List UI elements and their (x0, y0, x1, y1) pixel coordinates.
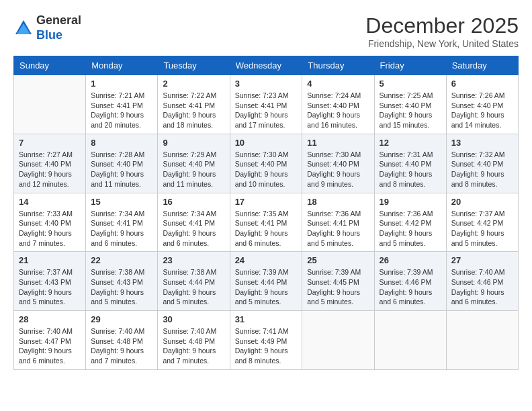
calendar-cell: 5Sunrise: 7:25 AM Sunset: 4:40 PM Daylig… (374, 75, 446, 134)
day-number: 15 (91, 197, 152, 207)
calendar-cell: 7Sunrise: 7:27 AM Sunset: 4:40 PM Daylig… (14, 134, 86, 193)
day-number: 11 (307, 138, 369, 148)
day-number: 4 (307, 79, 369, 89)
day-info: Sunrise: 7:23 AM Sunset: 4:41 PM Dayligh… (235, 91, 298, 130)
day-number: 26 (380, 255, 441, 265)
day-number: 24 (235, 255, 298, 265)
day-number: 10 (235, 138, 298, 148)
day-info: Sunrise: 7:41 AM Sunset: 4:49 PM Dayligh… (235, 326, 298, 366)
calendar-cell: 12Sunrise: 7:31 AM Sunset: 4:40 PM Dayli… (374, 134, 446, 193)
calendar-cell: 14Sunrise: 7:33 AM Sunset: 4:40 PM Dayli… (14, 193, 86, 252)
column-header-friday: Friday (374, 56, 446, 75)
calendar-cell: 24Sunrise: 7:39 AM Sunset: 4:44 PM Dayli… (230, 252, 302, 311)
day-info: Sunrise: 7:37 AM Sunset: 4:42 PM Dayligh… (451, 209, 513, 248)
calendar-cell: 30Sunrise: 7:40 AM Sunset: 4:48 PM Dayli… (158, 311, 230, 370)
calendar-cell: 2Sunrise: 7:22 AM Sunset: 4:41 PM Daylig… (158, 75, 230, 134)
calendar-cell: 1Sunrise: 7:21 AM Sunset: 4:41 PM Daylig… (86, 75, 158, 134)
day-info: Sunrise: 7:32 AM Sunset: 4:40 PM Dayligh… (451, 150, 513, 189)
day-number: 2 (163, 79, 224, 89)
title-area: December 2025 Friendship, New York, Unit… (365, 13, 519, 49)
day-number: 9 (163, 138, 224, 148)
day-number: 8 (91, 138, 152, 148)
calendar-cell (302, 311, 374, 370)
calendar-cell (374, 311, 446, 370)
calendar-table: SundayMondayTuesdayWednesdayThursdayFrid… (13, 56, 519, 370)
location: Friendship, New York, United States (365, 38, 519, 49)
calendar-cell: 25Sunrise: 7:39 AM Sunset: 4:45 PM Dayli… (302, 252, 374, 311)
logo: General Blue (13, 13, 81, 42)
day-info: Sunrise: 7:36 AM Sunset: 4:41 PM Dayligh… (307, 209, 369, 248)
calendar-cell: 15Sunrise: 7:34 AM Sunset: 4:41 PM Dayli… (86, 193, 158, 252)
day-number: 16 (163, 197, 224, 207)
day-info: Sunrise: 7:31 AM Sunset: 4:40 PM Dayligh… (380, 150, 441, 189)
day-info: Sunrise: 7:38 AM Sunset: 4:43 PM Dayligh… (91, 267, 152, 307)
day-number: 12 (380, 138, 441, 148)
logo-text: General Blue (36, 13, 81, 42)
day-number: 28 (19, 314, 81, 324)
calendar-week-2: 7Sunrise: 7:27 AM Sunset: 4:40 PM Daylig… (14, 134, 519, 193)
column-header-sunday: Sunday (14, 56, 86, 75)
day-number: 14 (19, 197, 81, 207)
calendar-cell: 27Sunrise: 7:40 AM Sunset: 4:46 PM Dayli… (446, 252, 518, 311)
day-number: 18 (307, 197, 369, 207)
day-number: 1 (91, 79, 152, 89)
day-info: Sunrise: 7:33 AM Sunset: 4:40 PM Dayligh… (19, 209, 81, 248)
calendar-cell: 29Sunrise: 7:40 AM Sunset: 4:48 PM Dayli… (86, 311, 158, 370)
day-info: Sunrise: 7:25 AM Sunset: 4:40 PM Dayligh… (380, 91, 441, 130)
day-info: Sunrise: 7:40 AM Sunset: 4:47 PM Dayligh… (19, 326, 81, 366)
calendar-week-3: 14Sunrise: 7:33 AM Sunset: 4:40 PM Dayli… (14, 193, 519, 252)
calendar-cell: 4Sunrise: 7:24 AM Sunset: 4:40 PM Daylig… (302, 75, 374, 134)
day-number: 22 (91, 255, 152, 265)
calendar-cell: 21Sunrise: 7:37 AM Sunset: 4:43 PM Dayli… (14, 252, 86, 311)
calendar-cell: 3Sunrise: 7:23 AM Sunset: 4:41 PM Daylig… (230, 75, 302, 134)
day-info: Sunrise: 7:38 AM Sunset: 4:44 PM Dayligh… (163, 267, 224, 307)
day-number: 5 (380, 79, 441, 89)
day-number: 29 (91, 314, 152, 324)
calendar-cell: 10Sunrise: 7:30 AM Sunset: 4:40 PM Dayli… (230, 134, 302, 193)
day-number: 7 (19, 138, 81, 148)
day-info: Sunrise: 7:39 AM Sunset: 4:44 PM Dayligh… (235, 267, 298, 307)
day-info: Sunrise: 7:28 AM Sunset: 4:40 PM Dayligh… (91, 150, 152, 189)
calendar-week-4: 21Sunrise: 7:37 AM Sunset: 4:43 PM Dayli… (14, 252, 519, 311)
column-header-tuesday: Tuesday (158, 56, 230, 75)
calendar-cell: 6Sunrise: 7:26 AM Sunset: 4:40 PM Daylig… (446, 75, 518, 134)
logo-icon (13, 18, 34, 38)
calendar-cell: 13Sunrise: 7:32 AM Sunset: 4:40 PM Dayli… (446, 134, 518, 193)
calendar-cell: 16Sunrise: 7:34 AM Sunset: 4:41 PM Dayli… (158, 193, 230, 252)
day-number: 17 (235, 197, 298, 207)
calendar-week-5: 28Sunrise: 7:40 AM Sunset: 4:47 PM Dayli… (14, 311, 519, 370)
day-number: 30 (163, 314, 224, 324)
page-header: General Blue December 2025 Friendship, N… (13, 13, 519, 49)
day-info: Sunrise: 7:39 AM Sunset: 4:46 PM Dayligh… (380, 267, 441, 307)
column-header-saturday: Saturday (446, 56, 518, 75)
column-header-monday: Monday (86, 56, 158, 75)
calendar-cell: 17Sunrise: 7:35 AM Sunset: 4:41 PM Dayli… (230, 193, 302, 252)
calendar-cell: 28Sunrise: 7:40 AM Sunset: 4:47 PM Dayli… (14, 311, 86, 370)
day-number: 19 (380, 197, 441, 207)
day-number: 27 (451, 255, 513, 265)
day-info: Sunrise: 7:36 AM Sunset: 4:42 PM Dayligh… (380, 209, 441, 248)
calendar-cell: 22Sunrise: 7:38 AM Sunset: 4:43 PM Dayli… (86, 252, 158, 311)
calendar-cell: 19Sunrise: 7:36 AM Sunset: 4:42 PM Dayli… (374, 193, 446, 252)
calendar-cell: 11Sunrise: 7:30 AM Sunset: 4:40 PM Dayli… (302, 134, 374, 193)
calendar-cell: 26Sunrise: 7:39 AM Sunset: 4:46 PM Dayli… (374, 252, 446, 311)
day-info: Sunrise: 7:40 AM Sunset: 4:46 PM Dayligh… (451, 267, 513, 307)
day-info: Sunrise: 7:40 AM Sunset: 4:48 PM Dayligh… (163, 326, 224, 366)
day-number: 25 (307, 255, 369, 265)
calendar-cell: 9Sunrise: 7:29 AM Sunset: 4:40 PM Daylig… (158, 134, 230, 193)
calendar-cell: 8Sunrise: 7:28 AM Sunset: 4:40 PM Daylig… (86, 134, 158, 193)
day-info: Sunrise: 7:21 AM Sunset: 4:41 PM Dayligh… (91, 91, 152, 130)
day-info: Sunrise: 7:34 AM Sunset: 4:41 PM Dayligh… (163, 209, 224, 248)
day-number: 13 (451, 138, 513, 148)
calendar-cell (14, 75, 86, 134)
column-header-wednesday: Wednesday (230, 56, 302, 75)
day-info: Sunrise: 7:24 AM Sunset: 4:40 PM Dayligh… (307, 91, 369, 130)
day-info: Sunrise: 7:40 AM Sunset: 4:48 PM Dayligh… (91, 326, 152, 366)
day-info: Sunrise: 7:35 AM Sunset: 4:41 PM Dayligh… (235, 209, 298, 248)
calendar-cell: 18Sunrise: 7:36 AM Sunset: 4:41 PM Dayli… (302, 193, 374, 252)
day-info: Sunrise: 7:22 AM Sunset: 4:41 PM Dayligh… (163, 91, 224, 130)
calendar-week-1: 1Sunrise: 7:21 AM Sunset: 4:41 PM Daylig… (14, 75, 519, 134)
column-header-thursday: Thursday (302, 56, 374, 75)
day-info: Sunrise: 7:30 AM Sunset: 4:40 PM Dayligh… (235, 150, 298, 189)
calendar-header-row: SundayMondayTuesdayWednesdayThursdayFrid… (14, 56, 519, 75)
